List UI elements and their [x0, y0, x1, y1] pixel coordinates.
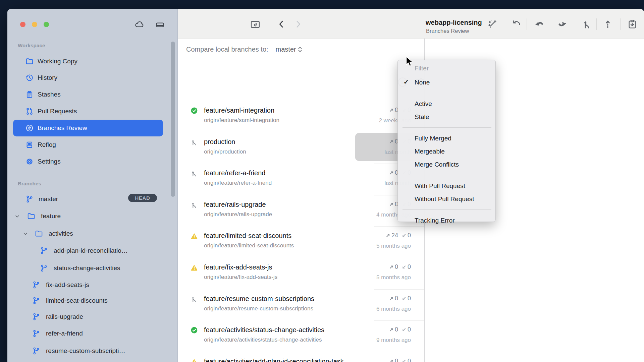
branch-name: feature/activities/status-change-activit… [204, 326, 324, 334]
ahead-behind-counts: 00 [389, 263, 411, 270]
menu-item-without-pull-request[interactable]: Without Pull Request [415, 195, 474, 203]
ahead-count: 0 [395, 263, 398, 270]
push-icon[interactable] [557, 19, 568, 29]
menu-item-none[interactable]: None [415, 79, 430, 86]
behind-arrow-icon [401, 264, 407, 269]
drive-icon[interactable] [155, 19, 165, 31]
menu-item-tracking-error[interactable]: Tracking Error [415, 217, 455, 224]
close-window-button[interactable] [20, 22, 25, 27]
gear-icon [25, 157, 34, 166]
zoom-window-button[interactable] [44, 22, 49, 27]
sidebar-item-settings[interactable]: Settings [7, 153, 177, 170]
ahead-behind-counts: 240 [385, 232, 411, 239]
app-window: Workspace Working CopyHistoryStashesPull… [7, 9, 644, 362]
behind-arrow-icon [401, 359, 407, 362]
mouse-cursor [405, 56, 414, 69]
branch-icon [40, 246, 48, 255]
sidebar-item-pull-requests[interactable]: Pull Requests [7, 103, 177, 120]
fetch-icon[interactable] [511, 19, 522, 29]
sidebar-branch-fix-add-seats-js[interactable]: fix-add-seats-js [7, 277, 177, 293]
ahead-count: 0 [395, 358, 398, 362]
sidebar-branch-feature[interactable]: feature [7, 208, 177, 225]
behind-count: 0 [408, 295, 411, 302]
behind-count: 0 [408, 358, 411, 362]
sidebar-item-branches-review[interactable]: Branches Review [7, 120, 177, 136]
ahead-arrow-icon [389, 170, 394, 175]
sidebar: Workspace Working CopyHistoryStashesPull… [7, 9, 178, 362]
branch-name: feature/limited-seat-discounts [204, 232, 291, 240]
branch-icon [32, 347, 41, 355]
menu-item-mergeable[interactable]: Mergeable [415, 148, 445, 155]
sidebar-item-history[interactable]: History [7, 69, 177, 86]
branch-icon [32, 312, 41, 321]
compare-branch-select[interactable]: master [276, 46, 296, 53]
branch-updated-when: 5 months ago [376, 274, 411, 281]
menu-item-stale[interactable]: Stale [415, 113, 429, 121]
merged-check-icon [190, 107, 198, 115]
sidebar-branch-refer-a-friend[interactable]: refer-a-friend [7, 325, 177, 342]
behind-count: 0 [408, 232, 411, 239]
ahead-behind-counts: 00 [389, 326, 411, 333]
warning-icon [190, 263, 198, 272]
branch-remote: origin/feature/limited-seat-discounts [204, 242, 294, 249]
sidebar-branch-status-change-activities[interactable]: status-change-activities [7, 260, 177, 277]
branch-icon [40, 264, 48, 273]
branch-name: feature/rails-upgrade [204, 201, 266, 208]
open-repo-folder-icon[interactable] [250, 19, 261, 30]
chevron-down-icon[interactable] [23, 231, 28, 236]
menu-divider [402, 93, 491, 93]
behind-arrow-icon [401, 233, 407, 238]
minimize-window-button[interactable] [32, 22, 37, 27]
folder-icon [35, 229, 43, 238]
sidebar-branch-activities[interactable]: activities [7, 225, 177, 242]
branch-name: feature/fix-add-seats-js [204, 263, 272, 271]
sidebar-branch-label: add-plan-id-reconciliatio… [54, 247, 128, 254]
compare-label: Compare local branches to: [186, 46, 268, 53]
merge-branch-icon [190, 138, 198, 146]
behind-count: 0 [408, 263, 411, 270]
sidebar-branch-label: resume-custom-subscripti… [46, 347, 125, 355]
header-divider [182, 60, 424, 60]
ahead-arrow-icon [389, 264, 394, 269]
sidebar-branch-label: refer-a-friend [46, 330, 83, 337]
nav-separator [288, 18, 288, 30]
merge-icon[interactable] [582, 19, 592, 29]
toolbar-separator [596, 18, 597, 30]
sidebar-scrollbar[interactable] [171, 42, 175, 197]
rebase-icon[interactable] [602, 19, 613, 29]
sidebar-branch-resume-custom-subscripti[interactable]: resume-custom-subscripti… [7, 343, 177, 359]
sidebar-item-label: Pull Requests [38, 108, 77, 115]
sidebar-item-working-copy[interactable]: Working Copy [7, 53, 177, 70]
history-icon [25, 73, 34, 82]
behind-arrow-icon [401, 327, 407, 332]
toolbar-separator [551, 18, 551, 30]
chevron-down-icon[interactable] [15, 214, 20, 219]
branch-remote: origin/feature/activities/status-change-… [204, 337, 322, 343]
ahead-arrow-icon [389, 108, 394, 113]
menu-item-active[interactable]: Active [415, 100, 432, 108]
sidebar-item-stashes[interactable]: Stashes [7, 86, 177, 103]
menu-item-merge-conflicts[interactable]: Merge Conflicts [415, 161, 459, 168]
menu-checkmark-icon: ✓ [404, 78, 409, 86]
menu-item-with-pull-request[interactable]: With Pull Request [415, 182, 465, 190]
sidebar-branch-add-plan-id-reconciliatio[interactable]: add-plan-id-reconciliatio… [7, 242, 177, 259]
merged-check-icon [190, 326, 198, 334]
cloud-icon[interactable] [134, 19, 144, 31]
wand-icon[interactable] [487, 19, 498, 29]
pull-icon[interactable] [534, 19, 544, 29]
back-icon[interactable] [277, 19, 286, 29]
toolbar-separator [527, 18, 527, 30]
select-stepper-icon[interactable] [298, 46, 303, 53]
branch-updated-when: 5 months ago [376, 243, 411, 249]
folder-icon [25, 57, 34, 66]
ahead-arrow-icon [389, 327, 394, 332]
branches-list-panel: Compare local branches to: master featur… [178, 39, 424, 362]
menu-item-fully-merged[interactable]: Fully Merged [415, 135, 451, 142]
branch-remote: origin/feature/refer-a-friend [204, 180, 272, 186]
merge-branch-icon [190, 201, 198, 209]
sidebar-item-reflog[interactable]: Reflog [7, 136, 177, 153]
sidebar-branch-limited-seat-discounts[interactable]: limited-seat-discounts [7, 292, 177, 309]
sidebar-branch-rails-upgrade[interactable]: rails-upgrade [7, 308, 177, 325]
stash-icon[interactable] [627, 19, 638, 29]
warning-icon [190, 358, 198, 362]
